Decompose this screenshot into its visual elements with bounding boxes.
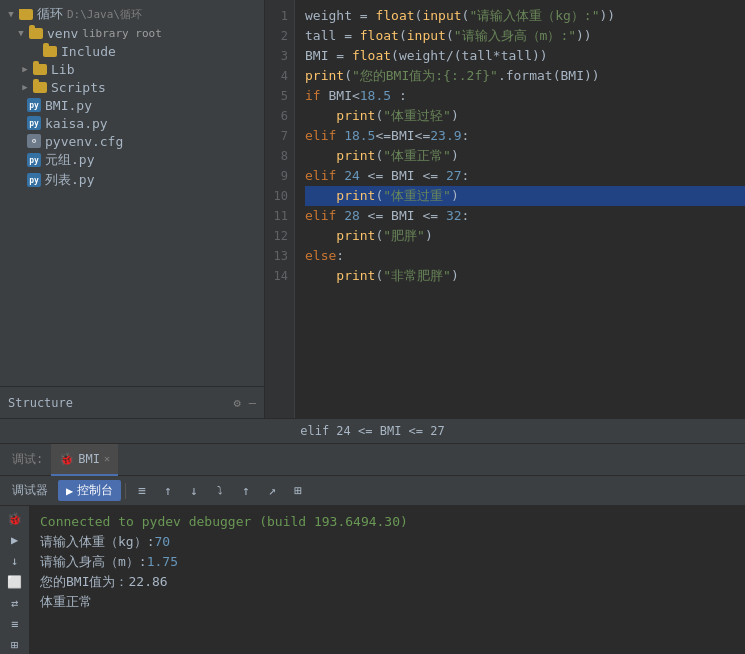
toolbar-tab-debugger[interactable]: 调试器 bbox=[4, 480, 56, 501]
debug-list-btn[interactable]: ≡ bbox=[4, 616, 26, 633]
bmi-tab-label: BMI bbox=[78, 452, 100, 466]
debug-tab-bmi[interactable]: 🐞 BMI ✕ bbox=[51, 444, 118, 476]
pyvenv-label: pyvenv.cfg bbox=[45, 134, 123, 149]
console-icon: ▶ bbox=[66, 484, 73, 498]
debug-left-bar: 🐞 ▶ ↓ ⬜ ⇄ ≡ ⊞ bbox=[0, 506, 30, 654]
gear-icon[interactable]: ⚙ bbox=[234, 396, 241, 410]
status-bar: elif 24 <= BMI <= 27 bbox=[0, 418, 745, 444]
arrow-icon: ▼ bbox=[4, 9, 18, 19]
debug-step-over-btn[interactable]: ↓ bbox=[4, 552, 26, 569]
tree-root-path: D:\Java\循环 bbox=[67, 7, 142, 22]
tree-item-liebiao[interactable]: py 列表.py bbox=[0, 170, 264, 190]
venv-label: venv bbox=[47, 26, 78, 41]
tree-item-scripts[interactable]: ▶ Scripts bbox=[0, 78, 264, 96]
line-num-13: 13 bbox=[265, 246, 294, 266]
tree-item-root[interactable]: ▼ 循环 D:\Java\循环 bbox=[0, 4, 264, 24]
tree-item-lib[interactable]: ▶ Lib bbox=[0, 60, 264, 78]
minimize-icon[interactable]: — bbox=[249, 396, 256, 410]
code-lines[interactable]: weight = float(input("请输入体重（kg）:")) tall… bbox=[295, 0, 745, 418]
scripts-arrow-icon: ▶ bbox=[18, 82, 32, 92]
folder-include-icon bbox=[42, 43, 58, 59]
debugger-label: 调试器 bbox=[12, 482, 48, 499]
tree-item-venv[interactable]: ▼ venv library root bbox=[0, 24, 264, 42]
tree-item-yuanzu[interactable]: py 元组.py bbox=[0, 150, 264, 170]
toolbar-btn-table[interactable]: ⊞ bbox=[286, 480, 310, 502]
tab-close-icon[interactable]: ✕ bbox=[104, 453, 110, 464]
tree-root-label: 循环 bbox=[37, 5, 63, 23]
folder-scripts-icon bbox=[32, 79, 48, 95]
line-num-5: 5 bbox=[265, 86, 294, 106]
debug-grid-btn[interactable]: ⊞ bbox=[4, 637, 26, 654]
output-weight-prompt: 请输入体重（kg）:70 bbox=[40, 532, 735, 552]
code-line-1: weight = float(input("请输入体重（kg）:")) bbox=[305, 6, 745, 26]
debug-tabs-bar: 调试: 🐞 BMI ✕ bbox=[0, 444, 745, 476]
line-num-14: 14 bbox=[265, 266, 294, 286]
output-connected: Connected to pydev debugger (build 193.6… bbox=[40, 512, 735, 532]
main-top-area: ▼ 循环 D:\Java\循环 ▼ venv library root bbox=[0, 0, 745, 418]
line-num-11: 11 bbox=[265, 206, 294, 226]
status-text: elif 24 <= BMI <= 27 bbox=[300, 424, 445, 438]
py-liebiao-icon: py bbox=[26, 172, 42, 188]
output-bmi-status: 体重正常 bbox=[40, 592, 735, 612]
toolbar-btn-run-cursor[interactable]: ↗ bbox=[260, 480, 284, 502]
code-line-3: BMI = float(weight/(tall*tall)) bbox=[305, 46, 745, 66]
code-line-2: tall = float(input("请输入身高（m）:")) bbox=[305, 26, 745, 46]
debug-output: Connected to pydev debugger (build 193.6… bbox=[30, 506, 745, 654]
code-content: 1 2 3 4 5 6 7 8 9 10 11 12 13 14 weight … bbox=[265, 0, 745, 418]
line-num-10: 10 bbox=[265, 186, 294, 206]
debug-swap-btn[interactable]: ⇄ bbox=[4, 595, 26, 612]
code-line-10: print("体重过重") bbox=[305, 186, 745, 206]
lib-arrow-icon: ▶ bbox=[18, 64, 32, 74]
py-yuanzu-icon: py bbox=[26, 152, 42, 168]
code-line-12: print("肥胖") bbox=[305, 226, 745, 246]
py-bmi-icon: py bbox=[26, 97, 42, 113]
code-editor: 1 2 3 4 5 6 7 8 9 10 11 12 13 14 weight … bbox=[265, 0, 745, 418]
structure-label: Structure bbox=[8, 396, 73, 410]
output-bmi-result: 您的BMI值为：22.86 bbox=[40, 572, 735, 592]
toolbar-btn-step-into[interactable]: ⤵ bbox=[208, 480, 232, 502]
liebiao-label: 列表.py bbox=[45, 171, 94, 189]
tree-item-bmi[interactable]: py BMI.py bbox=[0, 96, 264, 114]
file-tree-items: ▼ 循环 D:\Java\循环 ▼ venv library root bbox=[0, 0, 264, 386]
line-num-1: 1 bbox=[265, 6, 294, 26]
line-num-12: 12 bbox=[265, 226, 294, 246]
line-num-6: 6 bbox=[265, 106, 294, 126]
line-num-8: 8 bbox=[265, 146, 294, 166]
folder-lib-icon bbox=[32, 61, 48, 77]
bmi-label: BMI.py bbox=[45, 98, 92, 113]
tree-item-pyvenv[interactable]: ⚙ pyvenv.cfg bbox=[0, 132, 264, 150]
console-label: 控制台 bbox=[77, 482, 113, 499]
tree-item-kaisa[interactable]: py kaisa.py bbox=[0, 114, 264, 132]
line-numbers: 1 2 3 4 5 6 7 8 9 10 11 12 13 14 bbox=[265, 0, 295, 418]
line-num-2: 2 bbox=[265, 26, 294, 46]
py-kaisa-icon: py bbox=[26, 115, 42, 131]
lib-label: Lib bbox=[51, 62, 74, 77]
toolbar-btn-down[interactable]: ↓ bbox=[182, 480, 206, 502]
debug-main-area: 🐞 ▶ ↓ ⬜ ⇄ ≡ ⊞ Connected to pydev debugge… bbox=[0, 506, 745, 654]
tree-item-include[interactable]: Include bbox=[0, 42, 264, 60]
include-label: Include bbox=[61, 44, 116, 59]
debug-tab-label: 调试: bbox=[4, 444, 51, 476]
file-tree-panel: ▼ 循环 D:\Java\循环 ▼ venv library root bbox=[0, 0, 265, 418]
output-height-prompt: 请输入身高（m）:1.75 bbox=[40, 552, 735, 572]
code-line-14: print("非常肥胖") bbox=[305, 266, 745, 286]
code-line-8: print("体重正常") bbox=[305, 146, 745, 166]
line-num-4: 4 bbox=[265, 66, 294, 86]
venv-arrow-icon: ▼ bbox=[14, 28, 28, 38]
toolbar-tab-console[interactable]: ▶ 控制台 bbox=[58, 480, 121, 501]
toolbar-btn-up1[interactable]: ↑ bbox=[156, 480, 180, 502]
debug-stop-btn[interactable]: ⬜ bbox=[4, 573, 26, 590]
structure-panel: Structure ⚙ — bbox=[0, 386, 264, 418]
debug-bug-icon[interactable]: 🐞 bbox=[4, 510, 26, 527]
debug-panel: 调试: 🐞 BMI ✕ 调试器 ▶ 控制台 ≡ ↑ ↓ ⤵ ↑ ↗ ⊞ 🐞 ▶ … bbox=[0, 444, 745, 654]
toolbar-separator bbox=[125, 483, 126, 499]
debug-label: 调试: bbox=[12, 451, 43, 468]
cfg-pyvenv-icon: ⚙ bbox=[26, 133, 42, 149]
line-num-3: 3 bbox=[265, 46, 294, 66]
venv-sublabel: library root bbox=[82, 27, 161, 40]
kaisa-label: kaisa.py bbox=[45, 116, 108, 131]
toolbar-btn-menu[interactable]: ≡ bbox=[130, 480, 154, 502]
toolbar-btn-step-out[interactable]: ↑ bbox=[234, 480, 258, 502]
yuanzu-label: 元组.py bbox=[45, 151, 94, 169]
debug-run-btn[interactable]: ▶ bbox=[4, 531, 26, 548]
